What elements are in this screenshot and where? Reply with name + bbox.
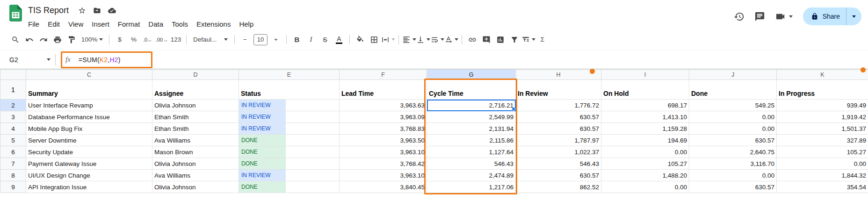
menu-view[interactable]: View <box>64 19 87 29</box>
decrease-font-size-button[interactable]: − <box>238 33 252 46</box>
cell-in-progress[interactable]: 0.00 <box>777 158 868 170</box>
cell-in-progress[interactable]: 1,844.32 <box>777 170 868 181</box>
merge-cells-button[interactable] <box>381 33 395 46</box>
cell-on-hold[interactable]: 1,413.10 <box>601 111 689 123</box>
cell-assignee[interactable]: Ava Williams <box>152 135 239 146</box>
cell-done[interactable]: 549.25 <box>689 100 777 111</box>
move-to-folder-icon[interactable] <box>90 4 103 17</box>
strikethrough-button[interactable]: S <box>318 33 332 46</box>
menu-help[interactable]: Help <box>235 19 258 29</box>
menu-insert[interactable]: Insert <box>87 19 114 29</box>
cell-status[interactable]: DONE <box>239 181 340 193</box>
menu-tools[interactable]: Tools <box>167 19 192 29</box>
cell-cycle-time[interactable]: 2,131.94 <box>427 123 516 135</box>
cell-status[interactable]: IN REVIEW <box>239 170 340 181</box>
paint-format-button[interactable] <box>65 33 79 46</box>
share-button[interactable]: Share <box>803 7 846 25</box>
cell-on-hold[interactable]: 1,159.28 <box>601 123 689 135</box>
row-number-1[interactable]: 1 <box>0 80 26 100</box>
cell-lead-time[interactable]: 3,963.63 <box>340 100 427 111</box>
comment-history-icon[interactable] <box>754 10 766 22</box>
column-header-k[interactable]: K <box>777 70 868 80</box>
cell-in-review[interactable]: 862.52 <box>516 181 601 193</box>
cell-in-progress[interactable]: 1,919.42 <box>777 111 868 123</box>
cell-lead-time[interactable]: 3,768.42 <box>340 158 427 170</box>
text-wrap-dropdown[interactable] <box>430 33 444 46</box>
menu-format[interactable]: Format <box>114 19 145 29</box>
cell-in-review[interactable]: 1,787.97 <box>516 135 601 146</box>
decrease-decimal-button[interactable]: .0← <box>141 33 155 46</box>
undo-button[interactable] <box>22 33 36 46</box>
row-number[interactable]: 8 <box>0 170 26 181</box>
column-header-i[interactable]: I <box>601 70 689 80</box>
header-cycle-time[interactable]: Cycle Time <box>427 80 516 100</box>
cell-summary[interactable]: Database Performance Issue <box>26 111 152 123</box>
header-on-hold[interactable]: On Hold <box>601 80 689 100</box>
text-rotation-dropdown[interactable] <box>444 33 458 46</box>
more-formats-button[interactable]: 123 <box>169 33 183 46</box>
cell-in-progress[interactable]: 354.54 <box>777 181 868 193</box>
header-in-progress[interactable]: In Progress <box>777 80 868 100</box>
header-summary[interactable]: Summary <box>26 80 152 100</box>
cell-status[interactable]: DONE <box>239 158 340 170</box>
cell-assignee[interactable]: Olivia Johnson <box>152 100 239 111</box>
cell-cycle-time[interactable]: 546.43 <box>427 158 516 170</box>
cell-in-progress[interactable]: 105.27 <box>777 146 868 158</box>
column-header-e[interactable]: E <box>239 70 340 80</box>
cell-status[interactable]: IN REVIEW <box>239 100 340 111</box>
cell-done[interactable]: 2,640.75 <box>689 146 777 158</box>
header-assignee[interactable]: Assignee <box>152 80 239 100</box>
search-menus-button[interactable] <box>8 33 22 46</box>
cell-in-review[interactable]: 630.57 <box>516 111 601 123</box>
cell-summary[interactable]: Security Update <box>26 146 152 158</box>
meet-presentation-control[interactable] <box>774 10 793 22</box>
create-filter-button[interactable] <box>507 33 521 46</box>
row-number[interactable]: 6 <box>0 146 26 158</box>
cell-summary[interactable]: UI/UX Design Change <box>26 170 152 181</box>
increase-decimal-button[interactable]: .00→ <box>155 33 169 46</box>
cell-summary[interactable]: Payment Gateway Issue <box>26 158 152 170</box>
cell-cycle-time[interactable]: 2,474.89 <box>427 170 516 181</box>
cell-lead-time[interactable]: 3,963.50 <box>340 135 427 146</box>
cell-done[interactable]: 3,116.70 <box>689 158 777 170</box>
column-header-h[interactable]: H <box>516 70 601 80</box>
filter-views-dropdown[interactable] <box>521 33 535 46</box>
cell-cycle-time-active[interactable]: 2,716.21 <box>427 100 516 111</box>
cell-in-review[interactable]: 630.57 <box>516 170 601 181</box>
cell-assignee[interactable]: Olivia Johnson <box>152 158 239 170</box>
horizontal-align-dropdown[interactable] <box>402 33 416 46</box>
version-history-icon[interactable] <box>733 10 745 22</box>
cell-status[interactable]: DONE <box>239 135 340 146</box>
font-size-input[interactable]: 10 <box>253 34 268 45</box>
row-number[interactable]: 2 <box>0 100 26 111</box>
format-currency-button[interactable]: $ <box>113 33 127 46</box>
column-header-g-selected[interactable]: G <box>427 70 516 80</box>
cell-done[interactable]: 0.00 <box>689 170 777 181</box>
cell-status[interactable]: DONE <box>239 146 340 158</box>
increase-font-size-button[interactable]: + <box>269 33 283 46</box>
zoom-dropdown[interactable]: 100% <box>79 33 106 46</box>
document-title[interactable]: TIS Report <box>28 6 69 15</box>
cell-assignee[interactable]: Mason Brown <box>152 146 239 158</box>
name-box[interactable]: G2 <box>0 56 55 64</box>
cell-in-review[interactable]: 1,776.72 <box>516 100 601 111</box>
format-percent-button[interactable]: % <box>127 33 141 46</box>
column-header-f[interactable]: F <box>340 70 427 80</box>
cell-lead-time[interactable]: 3,768.83 <box>340 123 427 135</box>
cell-in-review[interactable]: 1,022.37 <box>516 146 601 158</box>
cell-assignee[interactable]: Ethan Smith <box>152 111 239 123</box>
cell-summary[interactable]: Server Downtime <box>26 135 152 146</box>
font-family-dropdown[interactable]: Defaul... <box>190 33 231 46</box>
cell-cycle-time[interactable]: 1,127.64 <box>427 146 516 158</box>
header-status[interactable]: Status <box>239 80 340 100</box>
cell-cycle-time[interactable]: 2,115.86 <box>427 135 516 146</box>
cell-on-hold[interactable]: 194.69 <box>601 135 689 146</box>
cell-in-review[interactable]: 630.57 <box>516 123 601 135</box>
sheets-logo-icon[interactable] <box>9 5 22 22</box>
menu-data[interactable]: Data <box>144 19 167 29</box>
vertical-align-dropdown[interactable] <box>416 33 430 46</box>
header-lead-time[interactable]: Lead Time <box>340 80 427 100</box>
select-all-corner[interactable] <box>0 70 26 80</box>
row-number[interactable]: 9 <box>0 181 26 193</box>
cloud-save-status-icon[interactable] <box>105 4 118 17</box>
